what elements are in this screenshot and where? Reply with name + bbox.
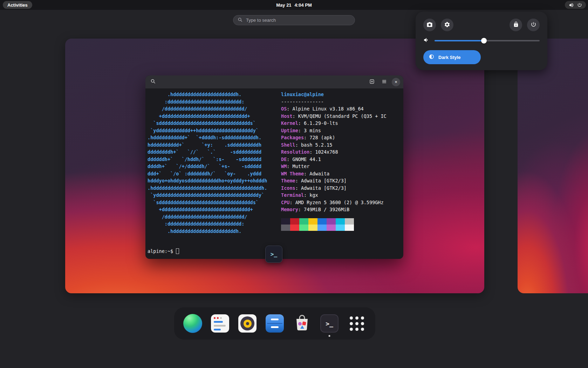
search-icon xyxy=(238,17,243,24)
calendar-line xyxy=(214,321,223,323)
dock-item-files[interactable] xyxy=(265,313,285,334)
terminal-search-button[interactable] xyxy=(149,78,158,87)
quick-settings-button-row xyxy=(423,19,540,31)
volume-slider[interactable] xyxy=(435,40,540,41)
terminal-content: .hddddddddddddddddddddddh. :dddddddddddd… xyxy=(145,88,403,259)
console-app-icon-badge[interactable]: >_ xyxy=(265,246,282,263)
new-tab-icon xyxy=(369,79,375,86)
prompt-text: alpine:~$ xyxy=(148,248,173,255)
dock-item-media[interactable] xyxy=(237,313,258,334)
lock-button[interactable] xyxy=(510,19,522,31)
activities-button[interactable]: Activities xyxy=(3,1,32,9)
settings-button[interactable] xyxy=(441,19,453,31)
dark-style-label: Dark Style xyxy=(438,55,461,60)
terminal-cursor xyxy=(176,248,179,254)
power-button[interactable] xyxy=(527,19,540,31)
volume-row xyxy=(423,37,540,44)
dash-dock: >_ xyxy=(174,307,375,340)
hamburger-icon xyxy=(381,79,387,86)
screenshot-button[interactable] xyxy=(423,19,436,31)
top-bar: Activities May 21 4:04 PM xyxy=(0,0,588,10)
calendar-line xyxy=(214,325,226,327)
neofetch-ascii: .hddddddddddddddddddddddh. :dddddddddddd… xyxy=(148,91,267,235)
clock-time: 4:04 PM xyxy=(295,2,312,8)
volume-slider-knob[interactable] xyxy=(481,38,487,44)
running-indicator xyxy=(329,335,330,337)
dock-item-app-grid[interactable] xyxy=(347,313,367,334)
calendar-icon xyxy=(211,314,229,333)
power-icon xyxy=(531,21,536,28)
search-placeholder: Type to search xyxy=(246,18,276,23)
dark-style-icon xyxy=(429,54,435,61)
search-icon xyxy=(150,79,156,85)
close-button[interactable]: × xyxy=(392,78,400,86)
power-icon xyxy=(577,2,582,7)
calendar-dots xyxy=(214,317,226,319)
close-icon: × xyxy=(395,80,397,84)
volume-slider-fill xyxy=(435,40,484,41)
workspace-thumbnail-next[interactable] xyxy=(518,39,588,293)
console-icon: >_ xyxy=(320,314,339,333)
dock-item-web[interactable] xyxy=(183,313,203,334)
screenshot-camera-icon xyxy=(426,21,433,29)
dock-item-calendar[interactable] xyxy=(210,313,230,334)
menu-button[interactable] xyxy=(380,78,389,87)
software-bag-icon xyxy=(293,314,311,333)
web-browser-icon xyxy=(183,314,202,333)
volume-icon xyxy=(423,37,430,45)
dock-item-console[interactable]: >_ xyxy=(319,313,340,334)
neofetch-info: linuxiac@alpine---------------OS: Alpine… xyxy=(281,91,387,231)
terminal-color-palette xyxy=(281,218,387,231)
console-window[interactable]: × .hddddddddddddddddddddddh. :dddddddddd… xyxy=(145,75,403,259)
terminal-prompt-glyph: >_ xyxy=(326,320,333,327)
clock[interactable]: May 21 4:04 PM xyxy=(272,1,316,9)
files-icon xyxy=(266,314,284,333)
lock-icon xyxy=(513,21,519,28)
terminal-prompt-glyph: >_ xyxy=(271,251,277,257)
app-grid-icon xyxy=(350,316,364,331)
dock-item-software[interactable] xyxy=(292,313,312,334)
volume-icon xyxy=(569,2,574,8)
gear-icon xyxy=(444,21,450,29)
shell-prompt: alpine:~$ xyxy=(148,248,179,255)
speaker-icon xyxy=(238,314,257,333)
system-tray[interactable] xyxy=(565,1,586,9)
dark-style-toggle[interactable]: Dark Style xyxy=(423,50,481,64)
calendar-line xyxy=(214,329,221,330)
console-headerbar: × xyxy=(145,75,403,88)
new-tab-button[interactable] xyxy=(367,78,376,87)
quick-settings-panel: Dark Style xyxy=(416,12,547,70)
clock-date: May 21 xyxy=(276,2,291,8)
search-bar[interactable]: Type to search xyxy=(233,15,355,25)
